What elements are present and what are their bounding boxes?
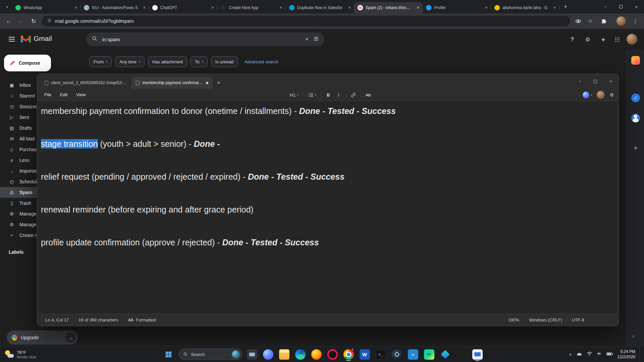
forward-button[interactable]: → xyxy=(15,16,26,26)
help-icon[interactable]: ? xyxy=(568,35,577,44)
notepad-settings-icon[interactable]: ⚙ xyxy=(609,92,614,98)
address-bar[interactable]: mail.google.com/mail/u/0/?ogbl#spam xyxy=(42,16,570,26)
taskbar-app-terminal[interactable]: >_ xyxy=(374,347,387,362)
taskbar-app-device[interactable] xyxy=(246,347,258,362)
text-line-4[interactable]: renewal reminder (before expiring and af… xyxy=(41,201,396,218)
browser-tab-6[interactable]: MSpam (2) - ishann.tforce@× xyxy=(354,2,423,13)
taskbar-app-edge[interactable] xyxy=(294,347,307,362)
taskbar-app-opera[interactable] xyxy=(326,347,339,362)
taskbar-app-steam[interactable] xyxy=(390,347,403,362)
notepad-tab-1[interactable]: client_secret_2_60053885332-2reqe52rribe xyxy=(41,77,130,89)
tab-close-icon[interactable]: × xyxy=(347,5,352,10)
taskbar-app-chrome[interactable] xyxy=(342,347,355,362)
show-desktop-button[interactable] xyxy=(640,346,641,362)
zoom-level[interactable]: 190% xyxy=(503,317,524,322)
new-tab-button[interactable]: + xyxy=(561,2,570,11)
notepad-minimize-button[interactable]: − xyxy=(572,74,588,89)
gemini-sparkle-icon[interactable] xyxy=(598,35,608,44)
browser-tab-2[interactable]: ISU - Automation/Flows S× xyxy=(80,2,149,13)
browser-tab-1[interactable]: WhatsApp× xyxy=(12,2,80,13)
search-filters-icon[interactable] xyxy=(313,36,319,43)
upgrade-button[interactable]: Upgrade → xyxy=(7,330,78,345)
advanced-search-link[interactable]: Advanced search xyxy=(245,59,278,64)
bookmark-star-icon[interactable]: ☆ xyxy=(585,16,596,26)
taskbar-app-vscode[interactable]: ‹› xyxy=(407,347,419,362)
settings-gear-icon[interactable]: ⚙ xyxy=(583,35,592,44)
clear-format-button[interactable]: Ab xyxy=(363,90,373,99)
compose-button[interactable]: Compose xyxy=(4,55,51,71)
gmail-profile-avatar[interactable] xyxy=(627,34,637,45)
search-highlight-thumbnail[interactable] xyxy=(232,350,240,358)
text-line-1[interactable]: membership payment confirmation to donor… xyxy=(41,103,396,119)
text-line-5[interactable]: profile update confirmation (approve / r… xyxy=(41,234,396,251)
add-app-icon[interactable]: + xyxy=(631,144,640,153)
search-query[interactable]: in:spam xyxy=(102,37,301,42)
weather-widget[interactable]: 76°F Mostly clear xyxy=(0,346,41,362)
notepad-tab-2[interactable]: membership payment confirmation xyxy=(132,77,212,89)
apps-grid-icon[interactable] xyxy=(612,35,622,44)
battery-icon[interactable] xyxy=(606,351,613,357)
browser-profile-avatar[interactable] xyxy=(616,16,626,26)
search-icon[interactable] xyxy=(92,36,98,43)
formatted-indicator[interactable]: AAFormatted xyxy=(123,317,161,322)
expand-panel-icon[interactable]: › xyxy=(629,332,638,341)
menu-view[interactable]: View xyxy=(72,90,90,99)
tab-close-icon[interactable]: × xyxy=(484,5,489,10)
tab-close-icon[interactable]: × xyxy=(278,5,284,10)
taskbar-app-firefox[interactable] xyxy=(310,347,323,362)
text-line-2[interactable]: stage transition (youth > adult > senior… xyxy=(41,136,396,152)
window-close-button[interactable]: × xyxy=(629,0,644,13)
arrow-right-icon[interactable]: → xyxy=(66,333,76,343)
start-button[interactable] xyxy=(162,348,175,361)
extensions-puzzle-icon[interactable] xyxy=(598,16,609,26)
tab-close-icon[interactable]: × xyxy=(552,5,557,10)
filter-chip-from[interactable]: From▾ xyxy=(89,56,112,67)
hamburger-menu-icon[interactable] xyxy=(9,39,15,40)
wifi-icon[interactable] xyxy=(587,351,592,357)
taskbar-app-copilot[interactable] xyxy=(262,347,274,362)
filter-chip-to[interactable]: To▾ xyxy=(191,56,208,67)
eye-icon[interactable] xyxy=(573,16,584,26)
notepad-editor[interactable]: membership payment confirmation to donor… xyxy=(37,101,619,314)
notepad-profile-avatar[interactable] xyxy=(597,91,605,99)
notepad-maximize-button[interactable] xyxy=(588,74,603,89)
volume-icon[interactable] xyxy=(597,351,602,357)
filter-chip-has-attachment[interactable]: Has attachment xyxy=(148,56,187,67)
browser-menu-icon[interactable]: ⋮ xyxy=(630,16,641,26)
reload-button[interactable]: ↻ xyxy=(28,16,39,26)
taskbar-app-word[interactable]: W xyxy=(358,347,371,362)
taskbar-app-diamond-app[interactable] xyxy=(439,347,451,362)
hidden-icons-chevron[interactable]: ∧ xyxy=(569,352,572,357)
taskbar-app-monitor[interactable] xyxy=(471,347,484,362)
taskbar-app-pycharm[interactable]: PC xyxy=(423,347,435,362)
filter-chip-is-unread[interactable]: Is unread xyxy=(211,56,238,67)
browser-tab-8[interactable]: allahumma barik laha - G× xyxy=(491,2,559,13)
site-info-icon[interactable] xyxy=(47,18,52,24)
tab-close-icon[interactable]: × xyxy=(142,5,147,10)
notepad-new-tab-button[interactable]: + xyxy=(214,78,224,88)
gmail-search-bar[interactable]: in:spam × xyxy=(86,33,324,46)
text-line-3[interactable]: relief request (pending / approved / rej… xyxy=(41,169,396,185)
tab-close-icon[interactable]: × xyxy=(415,5,421,10)
encoding[interactable]: UTF-8 xyxy=(567,317,589,322)
tab-close-icon[interactable]: × xyxy=(210,5,215,10)
menu-file[interactable]: File xyxy=(40,90,56,99)
tasks-app-icon[interactable]: ✓ xyxy=(631,94,640,102)
window-minimize-button[interactable]: − xyxy=(598,0,613,13)
menu-edit[interactable]: Edit xyxy=(56,90,72,99)
back-button[interactable]: ← xyxy=(3,16,14,26)
filter-chip-any-time[interactable]: Any time▾ xyxy=(115,56,145,67)
copilot-button[interactable]: ▾ xyxy=(583,92,592,98)
shopping-app-icon[interactable] xyxy=(631,56,640,65)
people-app-icon[interactable] xyxy=(631,114,640,122)
heading-style-button[interactable]: H1▾ xyxy=(287,90,301,99)
browser-tab-5[interactable]: Duplicate flow in Salesfor× xyxy=(286,2,354,13)
italic-button[interactable]: I xyxy=(334,90,343,99)
browser-tab-3[interactable]: ChatGPT× xyxy=(149,2,217,13)
taskbar-search[interactable]: Search xyxy=(178,349,242,360)
browser-tab-7[interactable]: Profile× xyxy=(423,2,491,13)
notepad-close-button[interactable]: × xyxy=(603,74,619,89)
line-ending[interactable]: Windows (CRLF) xyxy=(524,317,567,322)
taskbar-app-notepad[interactable] xyxy=(455,347,468,362)
tab-search-icon[interactable]: ▾ xyxy=(3,2,11,11)
